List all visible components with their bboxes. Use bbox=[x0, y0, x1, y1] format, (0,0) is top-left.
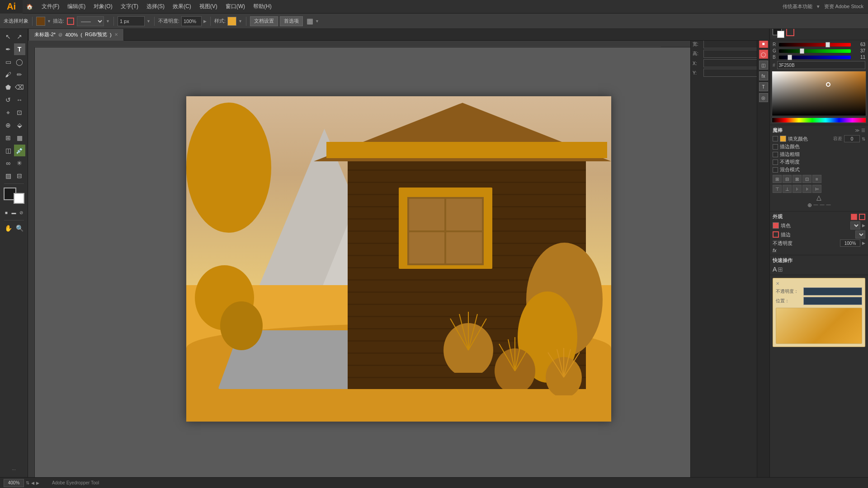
edit-toolbar-button[interactable]: ··· bbox=[3, 464, 25, 475]
background-color[interactable] bbox=[14, 193, 24, 204]
prefs-button[interactable]: 首选项 bbox=[280, 16, 303, 26]
hex-input[interactable] bbox=[777, 61, 865, 69]
gradient-mode-btn[interactable]: ▬ bbox=[10, 206, 18, 218]
toggle-type2[interactable]: T bbox=[759, 82, 768, 91]
eraser-tool[interactable]: ⌫ bbox=[14, 81, 25, 93]
zoom-tool[interactable]: 🔍 bbox=[14, 222, 25, 234]
free-transform-tool[interactable]: ⊡ bbox=[14, 107, 25, 118]
warp-tool[interactable]: ⌖ bbox=[3, 107, 14, 118]
nav-next[interactable]: ▶ bbox=[36, 481, 39, 485]
og-position-bar[interactable] bbox=[803, 297, 862, 305]
rotate-tool[interactable]: ↺ bbox=[3, 94, 14, 106]
toggle-opacity2[interactable]: ◫ bbox=[759, 61, 768, 70]
mesh-tool[interactable]: ▦ bbox=[14, 132, 25, 144]
menu-view[interactable]: 视图(V) bbox=[196, 2, 221, 11]
distribute-v2-btn[interactable]: ⊨ bbox=[812, 185, 821, 193]
stroke-weight-checkbox[interactable] bbox=[773, 152, 778, 157]
og-close-icon[interactable]: ✕ bbox=[776, 281, 779, 286]
menu-select[interactable]: 选择(S) bbox=[143, 2, 168, 11]
hand-tool[interactable]: ✋ bbox=[3, 222, 14, 234]
ellipse-tool[interactable]: ◯ bbox=[14, 56, 25, 68]
menu-type[interactable]: 文字(T) bbox=[117, 2, 142, 11]
color-mode-btn[interactable]: ■ bbox=[3, 206, 10, 218]
selection-tool[interactable]: ↖ bbox=[3, 31, 14, 42]
blend-tool[interactable]: ∞ bbox=[3, 157, 14, 169]
doc-settings-button[interactable]: 文档设置 bbox=[250, 16, 278, 26]
type-tool[interactable]: T bbox=[14, 43, 25, 55]
align-left-btn[interactable]: ⊞ bbox=[773, 175, 782, 183]
valign-top-btn[interactable]: ⊤ bbox=[773, 185, 782, 193]
home-button[interactable]: 🏠 bbox=[23, 0, 36, 14]
opacity-appear-chevron[interactable]: ▶ bbox=[862, 241, 865, 245]
stroke-appear-dropdown[interactable] bbox=[855, 230, 865, 239]
panel-menu-icon[interactable]: ☰ bbox=[861, 128, 865, 133]
fill-appear-chevron[interactable]: ▶ bbox=[862, 223, 865, 228]
fill-appear-dropdown[interactable] bbox=[850, 221, 860, 230]
align-center-btn[interactable]: ⊟ bbox=[783, 175, 792, 183]
stroke-style-dropdown[interactable]: —— bbox=[77, 16, 104, 26]
distribute-h2-btn[interactable]: ⊧ bbox=[802, 185, 811, 193]
b-slider-thumb[interactable] bbox=[788, 55, 792, 60]
zoom-arrows[interactable]: ⇅ bbox=[26, 480, 29, 485]
arrange-icon[interactable]: ▦ bbox=[307, 17, 313, 25]
scale-tool[interactable]: ↔ bbox=[14, 94, 25, 106]
r-slider-track[interactable] bbox=[779, 43, 851, 47]
fill-swatch[interactable] bbox=[36, 17, 45, 26]
symbol-sprayer-tool[interactable]: ✳ bbox=[14, 157, 25, 169]
g-slider-track[interactable] bbox=[779, 49, 851, 53]
blend-mode-checkbox[interactable] bbox=[773, 167, 778, 173]
none-btn[interactable]: ⊘ bbox=[18, 206, 25, 218]
toggle-stroke[interactable]: ◯ bbox=[759, 50, 768, 59]
stroke-icon-small[interactable] bbox=[786, 28, 794, 36]
slice-tool[interactable]: ⊟ bbox=[14, 170, 25, 182]
menu-help[interactable]: 帮助(H) bbox=[250, 2, 275, 11]
live-paint-tool[interactable]: ⬙ bbox=[14, 119, 25, 131]
valign-bot-btn[interactable]: ⊦ bbox=[793, 185, 802, 193]
fill-tolerance-input[interactable] bbox=[844, 135, 860, 142]
distribute-v-btn[interactable]: ≡ bbox=[812, 175, 821, 183]
menu-window[interactable]: 窗口(W) bbox=[222, 2, 249, 11]
r-slider-thumb[interactable] bbox=[826, 42, 830, 47]
opacity-appear-input[interactable] bbox=[840, 239, 860, 247]
menu-effect[interactable]: 效果(C) bbox=[169, 2, 195, 11]
b-slider-track[interactable] bbox=[779, 56, 851, 59]
color-picker-gradient[interactable] bbox=[772, 71, 866, 116]
opacity-checkbox[interactable] bbox=[773, 160, 778, 165]
toggle-fx[interactable]: fx bbox=[759, 71, 768, 80]
fill-tolerance-arrows[interactable]: ⇅ bbox=[862, 136, 865, 141]
style-swatch[interactable] bbox=[227, 17, 236, 26]
workspace-label[interactable]: 传统基本功能 bbox=[783, 3, 812, 10]
perspective-tool[interactable]: ⊞ bbox=[3, 132, 14, 144]
align-right-btn[interactable]: ⊠ bbox=[793, 175, 802, 183]
toggle-target[interactable]: ◎ bbox=[759, 93, 768, 102]
menu-edit[interactable]: 编辑(E) bbox=[64, 2, 89, 11]
paintbrush-tool[interactable]: 🖌 bbox=[3, 69, 14, 80]
pen-tool[interactable]: ✒ bbox=[3, 43, 14, 55]
gradient-tool[interactable]: ◫ bbox=[3, 145, 14, 156]
shape-builder-tool[interactable]: ⊕ bbox=[3, 119, 14, 131]
menu-file[interactable]: 文件(F) bbox=[38, 2, 63, 11]
distribute-h-btn[interactable]: ⊡ bbox=[802, 175, 811, 183]
og-opacity-bar[interactable] bbox=[803, 287, 862, 296]
stroke-weight-input[interactable] bbox=[118, 16, 145, 26]
rectangle-tool[interactable]: ▭ bbox=[3, 56, 14, 68]
graph-tool[interactable]: ▨ bbox=[3, 170, 14, 182]
nav-prev[interactable]: ◀ bbox=[31, 481, 34, 485]
g-slider-thumb[interactable] bbox=[800, 48, 804, 54]
document-tab[interactable]: 未标题-2* @ 400% (RGB/预览) ✕ bbox=[29, 29, 124, 41]
magic-wand-title[interactable]: 魔棒 bbox=[773, 127, 783, 134]
fill-color-checkbox[interactable] bbox=[773, 136, 778, 141]
hue-slider[interactable] bbox=[772, 117, 866, 123]
bg-swatch[interactable] bbox=[777, 31, 784, 38]
eyedropper-tool[interactable]: 💉 bbox=[14, 145, 25, 156]
stroke-color-checkbox[interactable] bbox=[773, 144, 778, 150]
color-picker-thumb[interactable] bbox=[826, 82, 830, 87]
blob-brush-tool[interactable]: ⬟ bbox=[3, 81, 14, 93]
expand-icon[interactable]: ≫ bbox=[855, 128, 859, 133]
artboard[interactable] bbox=[186, 96, 611, 422]
valign-mid-btn[interactable]: ⊥ bbox=[783, 185, 792, 193]
zoom-input[interactable] bbox=[4, 479, 24, 487]
menu-object[interactable]: 对象(O) bbox=[90, 2, 116, 11]
canvas-area[interactable] bbox=[28, 41, 769, 477]
opacity-input[interactable] bbox=[181, 16, 202, 26]
